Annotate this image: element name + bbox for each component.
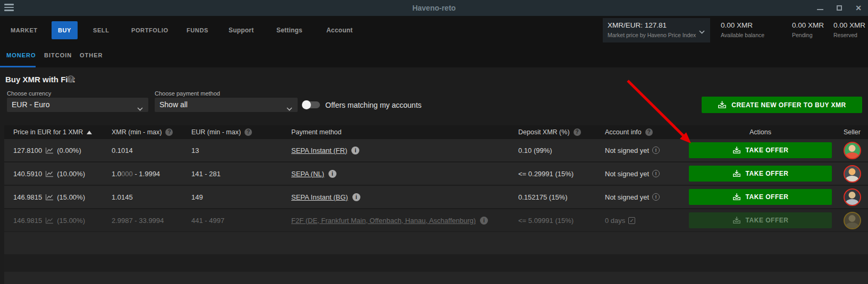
nav-account[interactable]: Account <box>326 16 352 45</box>
offer-eur-range: 149 <box>191 193 291 201</box>
help-icon[interactable] <box>245 128 252 136</box>
offer-tray-icon <box>718 100 727 109</box>
seller-avatar[interactable] <box>844 212 861 229</box>
take-offer-button[interactable]: TAKE OFFER <box>689 166 832 182</box>
offer-row: 127.8100 (0.00%) 0.1014 13 SEPA Instant … <box>4 139 868 162</box>
avatar-head <box>849 168 856 175</box>
price-chart-icon[interactable] <box>45 147 54 154</box>
active-tab-underline <box>0 66 36 67</box>
minimize-button[interactable] <box>811 0 830 16</box>
price-chart-icon[interactable] <box>45 194 54 201</box>
offer-tray-icon <box>732 169 741 178</box>
info-icon[interactable] <box>328 170 336 178</box>
price-chart-icon[interactable] <box>45 170 54 177</box>
avatar-head <box>849 215 856 222</box>
nav-sell[interactable]: SELL <box>93 16 109 45</box>
take-offer-button[interactable]: TAKE OFFER <box>689 142 832 158</box>
offer-eur-range: 441 - 4997 <box>191 217 291 225</box>
alert-icon[interactable] <box>652 147 660 154</box>
chevron-down-icon <box>699 27 705 36</box>
help-icon[interactable] <box>574 128 581 136</box>
offer-row-dimmed: 146.9815 (15.00%) 2.9987 - 33.9994 441 -… <box>4 209 868 233</box>
help-icon[interactable] <box>67 75 74 83</box>
toggle-knob <box>302 100 311 109</box>
tab-bitcoin[interactable]: BITCOIN <box>44 45 72 66</box>
avatar-body <box>846 176 858 183</box>
payment-method-dropdown[interactable]: Show all <box>155 98 298 112</box>
offer-eur-range: 141 - 281 <box>191 170 291 178</box>
table-header-row: Price in EUR for 1 XMR XMR (min - max) E… <box>4 125 868 139</box>
nav-settings[interactable]: Settings <box>276 16 302 45</box>
seller-avatar[interactable] <box>844 165 861 183</box>
window-controls: ✕ <box>811 0 868 16</box>
currency-tabstrip: MONERO BITCOIN OTHER <box>0 45 868 67</box>
alert-icon[interactable] <box>652 170 660 177</box>
table-empty-area <box>4 232 868 254</box>
currency-dropdown[interactable]: EUR - Euro <box>7 98 148 112</box>
offer-deviation: (15.00%) <box>57 193 85 201</box>
offer-row: 140.5910 (10.00%) 1.0000 - 1.9994 141 - … <box>4 162 868 186</box>
alert-icon[interactable] <box>652 193 660 201</box>
take-offer-button[interactable]: TAKE OFFER <box>689 189 832 205</box>
offer-tray-icon <box>732 193 741 201</box>
offer-price: 146.9815 <box>13 193 42 201</box>
main-navbar: MARKET BUY SELL PORTFOLIO FUNDS Support … <box>0 16 868 45</box>
nav-support[interactable]: Support <box>229 16 254 45</box>
close-button[interactable]: ✕ <box>849 0 868 16</box>
currency-dropdown-value: EUR - Euro <box>12 98 50 112</box>
matching-offers-toggle[interactable] <box>303 101 320 108</box>
create-offer-label: CREATE NEW OFFER TO BUY XMR <box>731 101 846 109</box>
price-chart-icon[interactable] <box>45 217 54 224</box>
payment-method-link[interactable]: SEPA Instant (BG) <box>291 193 348 201</box>
chevron-down-icon <box>137 104 143 113</box>
offer-deposit: <= 0.29991 (15%) <box>518 170 605 178</box>
offer-tray-icon <box>732 146 741 154</box>
offer-price: 127.8100 <box>13 147 42 154</box>
titlebar: Haveno-reto ✕ <box>0 0 868 16</box>
nav-funds[interactable]: FUNDS <box>187 16 208 45</box>
matching-offers-label: Offers matching my accounts <box>325 101 422 109</box>
seller-avatar[interactable] <box>844 142 861 159</box>
offer-deposit: 0.152175 (15%) <box>518 193 605 201</box>
info-icon[interactable] <box>352 193 360 201</box>
section-divider-band <box>4 254 868 272</box>
info-icon[interactable] <box>351 147 359 154</box>
seller-avatar[interactable] <box>844 188 861 206</box>
market-price-selector[interactable]: XMR/EUR: 127.81 Market price by Haveno P… <box>603 18 710 42</box>
create-offer-button[interactable]: CREATE NEW OFFER TO BUY XMR <box>702 97 862 113</box>
offer-deviation: (10.00%) <box>57 170 85 178</box>
nav-portfolio[interactable]: PORTFOLIO <box>131 16 168 45</box>
offer-price: 140.5910 <box>13 170 42 178</box>
minimize-icon <box>817 9 823 10</box>
help-icon[interactable] <box>645 128 653 136</box>
info-icon[interactable] <box>480 217 488 225</box>
offer-deposit: 0.10 (99%) <box>518 147 605 154</box>
nav-buy[interactable]: BUY <box>52 21 78 39</box>
help-icon[interactable] <box>165 128 173 136</box>
account-info-text: 0 days <box>605 217 625 225</box>
offer-eur-range: 13 <box>191 147 291 154</box>
offer-price: 146.9815 <box>13 217 42 225</box>
col-eur: EUR (min - max) <box>191 128 291 136</box>
offer-row: 146.9815 (15.00%) 1.0145 149 SEPA Instan… <box>4 186 868 209</box>
maximize-button[interactable] <box>830 0 849 16</box>
avatar-head <box>849 192 856 199</box>
account-info-text: Not signed yet <box>605 147 649 154</box>
nav-market[interactable]: MARKET <box>11 16 38 45</box>
tab-other[interactable]: OTHER <box>80 45 103 66</box>
checkbox-icon <box>628 217 635 224</box>
take-offer-button[interactable]: TAKE OFFER <box>689 212 832 228</box>
close-icon: ✕ <box>855 4 862 12</box>
payment-method-link[interactable]: F2F (DE, Frankfurt Main, Offenbach, Hana… <box>291 217 476 225</box>
payment-method-link[interactable]: SEPA Instant (FR) <box>291 147 347 154</box>
tab-monero[interactable]: MONERO <box>6 45 36 66</box>
haveno-window: Haveno-reto ✕ MARKET BUY SELL PORTFOLIO … <box>0 0 868 284</box>
avatar-body <box>846 199 858 206</box>
col-payment: Payment method <box>291 128 518 136</box>
table-empty-area <box>4 272 868 284</box>
col-deposit: Deposit XMR (%) <box>518 128 605 136</box>
window-title: Haveno-reto <box>0 0 868 16</box>
col-price[interactable]: Price in EUR for 1 XMR <box>4 128 112 136</box>
avatar-body <box>846 152 858 159</box>
payment-method-link[interactable]: SEPA (NL) <box>291 170 324 178</box>
